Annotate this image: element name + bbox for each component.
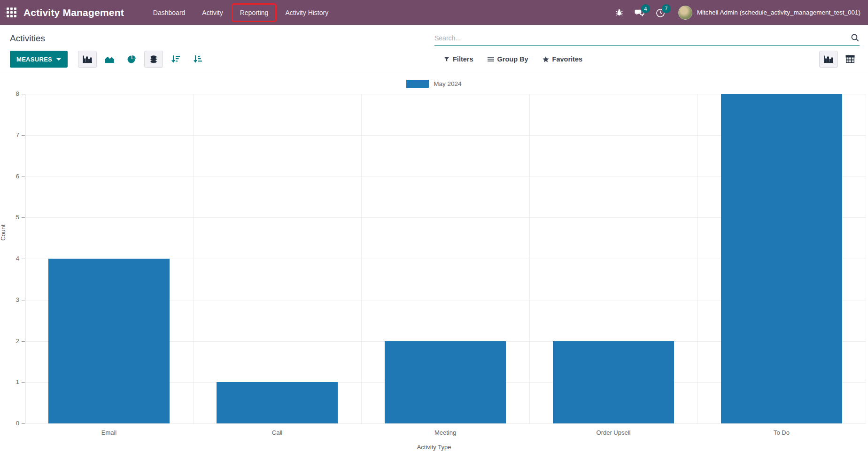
y-tick-label: 0 [5, 420, 19, 427]
y-tick-mark [22, 423, 25, 424]
filter-funnel-icon [444, 56, 450, 62]
view-switcher [819, 51, 860, 68]
y-gridline [25, 423, 866, 424]
user-name[interactable]: Mitchell Admin (schedule_activity_manage… [697, 9, 860, 16]
x-category-label: Meeting [361, 429, 529, 436]
search-icon[interactable] [851, 33, 860, 42]
chart-toolbar: MEASURES [10, 51, 207, 68]
nav-right-cluster: 4 7 Mitchell Admin (schedule_activity_ma… [610, 6, 860, 20]
nav-item-activity-history[interactable]: Activity History [278, 5, 335, 21]
bar-call[interactable] [217, 382, 338, 423]
x-category-label: Call [193, 429, 361, 436]
y-tick-label: 7 [5, 131, 19, 138]
search-input[interactable] [434, 34, 851, 42]
stacked-database-button[interactable] [144, 51, 163, 68]
bar-chart-button[interactable] [78, 51, 97, 68]
y-tick-label: 4 [5, 255, 19, 262]
messages-icon[interactable]: 4 [635, 8, 644, 17]
y-tick-mark [22, 135, 25, 136]
bar-to-do[interactable] [721, 94, 842, 423]
pivot-view-button[interactable] [841, 51, 860, 68]
y-axis-title: Count [0, 219, 7, 247]
area-chart-button[interactable] [100, 51, 119, 68]
y-tick-mark [22, 300, 25, 300]
search-facets: Filters Group By Favorites [444, 51, 582, 68]
y-tick-mark [22, 259, 25, 259]
chart-type-buttons [78, 51, 207, 68]
nav-item-reporting[interactable]: Reporting [233, 5, 276, 21]
x-gridline [193, 94, 194, 423]
y-tick-mark [22, 217, 25, 218]
y-tick-label: 1 [5, 378, 19, 385]
y-tick-label: 5 [5, 214, 19, 221]
nav-item-dashboard[interactable]: Dashboard [146, 5, 193, 21]
user-avatar[interactable] [678, 6, 692, 20]
x-gridline [529, 94, 530, 423]
measures-button[interactable]: MEASURES [10, 51, 68, 68]
caret-down-icon [56, 58, 61, 61]
group-by-button[interactable]: Group By [488, 55, 528, 63]
bar-chart: 012345678EmailCallMeetingOrder UpsellTo … [0, 73, 868, 453]
group-by-icon [488, 56, 494, 62]
graph-view-button[interactable] [819, 51, 838, 68]
y-tick-label: 6 [5, 173, 19, 180]
y-tick-label: 8 [5, 90, 19, 97]
control-panel: Activities MEASURES [0, 25, 868, 72]
x-gridline [866, 94, 866, 423]
debug-bug-icon[interactable] [615, 8, 623, 16]
activities-clock-icon[interactable]: 7 [656, 8, 665, 17]
y-tick-mark [22, 94, 25, 94]
bar-order-upsell[interactable] [553, 341, 674, 424]
x-category-label: Email [25, 429, 193, 436]
nav-item-activity[interactable]: Activity [195, 5, 230, 21]
y-tick-label: 2 [5, 338, 19, 345]
x-gridline [698, 94, 698, 423]
y-tick-label: 3 [5, 296, 19, 303]
sort-ascending-button[interactable] [188, 51, 207, 68]
messages-badge: 4 [641, 4, 650, 13]
bar-meeting[interactable] [385, 341, 506, 424]
search-box [434, 31, 860, 46]
apps-grid-icon[interactable] [7, 8, 17, 18]
page-title: Activities [10, 33, 45, 44]
pie-chart-button[interactable] [122, 51, 141, 68]
x-gridline [361, 94, 362, 423]
app-title: Activity Management [23, 7, 124, 18]
star-icon [542, 56, 549, 62]
bar-email[interactable] [48, 259, 170, 423]
nav-menu: Dashboard Activity Reporting Activity Hi… [145, 0, 337, 25]
filters-button[interactable]: Filters [444, 55, 473, 63]
y-axis-line [25, 94, 25, 423]
top-navbar: Activity Management Dashboard Activity R… [0, 0, 868, 25]
x-category-label: Order Upsell [529, 429, 698, 436]
x-axis-title: Activity Type [0, 444, 868, 451]
x-category-label: To Do [698, 429, 866, 436]
favorites-button[interactable]: Favorites [542, 55, 582, 63]
sort-descending-button[interactable] [166, 51, 185, 68]
y-tick-mark [22, 177, 25, 177]
y-tick-mark [22, 382, 25, 383]
y-tick-mark [22, 341, 25, 342]
activities-badge: 7 [662, 4, 671, 13]
